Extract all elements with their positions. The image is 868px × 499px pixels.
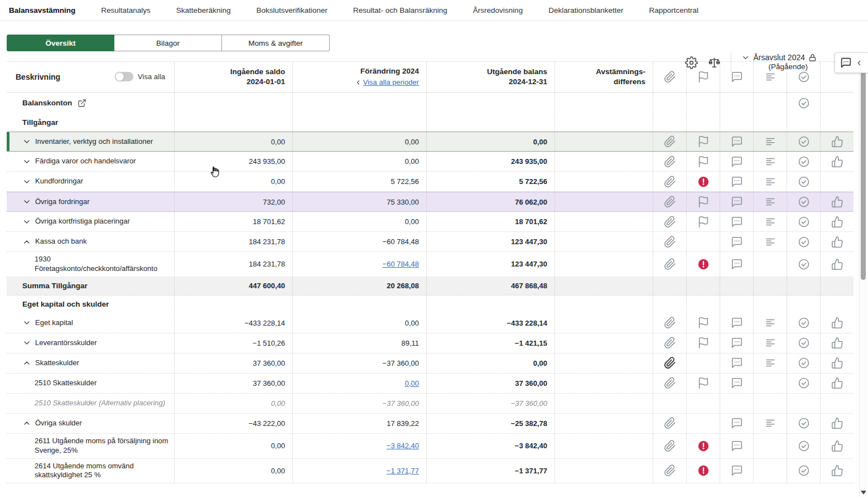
chevron-down-icon[interactable]	[22, 137, 31, 146]
comment-icon[interactable]	[731, 337, 743, 349]
paperclip-icon[interactable]	[664, 377, 676, 389]
alert-icon[interactable]	[697, 176, 710, 188]
alert-icon[interactable]	[697, 464, 710, 477]
thumbs-up-icon[interactable]	[831, 135, 843, 148]
flag-icon[interactable]	[697, 377, 710, 389]
notes-icon[interactable]	[764, 417, 777, 429]
table-row[interactable]: Övriga kortfristiga placeringar18 701,62…	[7, 212, 853, 232]
thumbs-up-icon[interactable]	[831, 337, 843, 349]
check-circle-icon[interactable]	[798, 135, 810, 148]
table-row[interactable]: Kundfordringar0,005 722,565 722,56	[7, 172, 853, 192]
check-circle-icon[interactable]	[798, 357, 810, 369]
thumbs-up-icon[interactable]	[831, 236, 843, 248]
comment-icon[interactable]	[731, 176, 743, 188]
thumbs-up-icon[interactable]	[831, 417, 843, 429]
paperclip-icon[interactable]	[664, 317, 676, 329]
comment-icon[interactable]	[731, 258, 743, 270]
chevron-left-icon[interactable]	[855, 59, 863, 67]
table-row[interactable]: 2611 Utgående moms på försäljning inom S…	[7, 434, 853, 459]
comment-icon[interactable]	[731, 156, 743, 168]
table-row[interactable]: 2614 Utgående moms omvänd skattskyldighe…	[7, 459, 853, 484]
paperclip-icon[interactable]	[664, 417, 676, 429]
notes-icon[interactable]	[764, 176, 777, 188]
chevron-down-icon[interactable]	[22, 197, 31, 206]
scroll-down-arrow[interactable]	[861, 491, 866, 495]
settings-gear-icon[interactable]	[685, 56, 698, 69]
comment-icon[interactable]	[731, 464, 743, 477]
paperclip-icon[interactable]	[664, 196, 676, 208]
table-row[interactable]: Färdiga varor och handelsvaror243 935,00…	[7, 152, 853, 172]
paperclip-icon[interactable]	[664, 440, 676, 452]
notes-icon[interactable]	[764, 236, 777, 248]
check-circle-icon[interactable]	[798, 377, 810, 389]
nav-tab-balansavstamning[interactable]: Balansavstämning	[9, 6, 75, 14]
nav-tab-resultat-och-balansrakning[interactable]: Resultat- och Balansräkning	[353, 6, 447, 14]
check-circle-icon[interactable]	[798, 337, 810, 349]
table-row[interactable]: Skatteskulder37 360,00−37 360,000,00	[7, 353, 853, 374]
change-value-link[interactable]: 0,00	[405, 379, 419, 387]
comment-icon[interactable]	[731, 440, 743, 452]
notes-icon[interactable]	[764, 156, 777, 168]
comment-icon[interactable]	[731, 216, 743, 228]
notes-icon[interactable]	[764, 135, 777, 148]
check-circle-icon[interactable]	[798, 236, 810, 248]
show-all-toggle-wrap[interactable]: Visa alla	[115, 72, 165, 82]
tab-bilagor[interactable]: Bilagor	[114, 35, 222, 51]
check-circle-icon[interactable]	[798, 176, 810, 188]
paperclip-icon[interactable]	[664, 216, 676, 228]
table-row[interactable]: 2510 Skatteskulder (Alternativ placering…	[7, 394, 853, 414]
tab-moms-avgifter[interactable]: Moms & avgifter	[222, 35, 330, 51]
balance-scales-icon[interactable]	[708, 56, 721, 69]
paperclip-icon[interactable]	[664, 71, 676, 83]
paperclip-icon[interactable]	[664, 176, 676, 188]
table-row[interactable]: Leverantörsskulder−1 510,2689,11−1 421,1…	[7, 333, 853, 353]
scrollbar-thumb[interactable]	[861, 72, 866, 280]
chevron-up-icon[interactable]	[22, 419, 31, 428]
paperclip-icon[interactable]	[664, 135, 676, 148]
chat-panel-handle[interactable]	[835, 52, 868, 73]
table-row[interactable]: Kassa och bank184 231,78−60 784,48123 44…	[7, 232, 853, 252]
alert-icon[interactable]	[697, 258, 710, 270]
chevron-down-icon[interactable]	[22, 338, 31, 347]
flag-icon[interactable]	[697, 317, 710, 329]
vertical-scrollbar[interactable]	[859, 62, 866, 497]
flag-icon[interactable]	[697, 216, 710, 228]
notes-icon[interactable]	[764, 216, 777, 228]
flag-icon[interactable]	[697, 156, 710, 168]
check-circle-icon[interactable]	[798, 71, 810, 83]
notes-icon[interactable]	[764, 317, 777, 329]
thumbs-up-icon[interactable]	[831, 216, 843, 228]
table-row[interactable]: Övriga fordringar732,0075 330,0076 062,0…	[7, 192, 853, 212]
nav-tab-resultatanalys[interactable]: Resultatanalys	[101, 6, 151, 14]
change-value-link[interactable]: −3 842,40	[387, 442, 419, 450]
thumbs-up-icon[interactable]	[831, 196, 843, 208]
chevron-down-icon[interactable]	[22, 217, 31, 226]
comment-icon[interactable]	[731, 196, 743, 208]
notes-icon[interactable]	[764, 71, 777, 83]
check-circle-icon[interactable]	[798, 258, 810, 270]
thumbs-up-icon[interactable]	[831, 156, 843, 168]
nav-tab-skatteberakning[interactable]: Skatteberäkning	[176, 6, 231, 14]
nav-tab-arsredovisning[interactable]: Årsredovisning	[473, 6, 523, 14]
show-all-toggle[interactable]	[115, 72, 133, 81]
comment-icon[interactable]	[731, 357, 743, 369]
table-row[interactable]: Eget kapital−433 228,140,00−433 228,14	[7, 313, 853, 333]
table-row[interactable]: 2510 Skatteskulder37 360,000,0037 360,00	[7, 374, 853, 394]
check-circle-icon[interactable]	[798, 196, 810, 208]
flag-icon[interactable]	[697, 337, 710, 349]
chat-bubble-icon[interactable]	[840, 57, 852, 69]
check-circle-icon[interactable]	[798, 417, 810, 429]
chevron-down-icon[interactable]	[22, 177, 31, 186]
check-circle-icon[interactable]	[798, 156, 810, 168]
table-row[interactable]: Övriga skulder−43 222,0017 839,22−25 382…	[7, 414, 853, 434]
thumbs-up-icon[interactable]	[831, 317, 843, 329]
tab-oversikt[interactable]: Översikt	[7, 35, 114, 51]
thumbs-up-icon[interactable]	[831, 357, 843, 369]
nav-tab-rapportcentral[interactable]: Rapportcentral	[649, 6, 698, 14]
notes-icon[interactable]	[764, 196, 777, 208]
chevron-down-icon[interactable]	[22, 157, 31, 166]
change-value-link[interactable]: −60 784,48	[383, 260, 419, 268]
comment-icon[interactable]	[731, 377, 743, 389]
thumbs-up-icon[interactable]	[831, 258, 843, 270]
table-row[interactable]: 1930 Företagskonto/checkkonto/affärskont…	[7, 252, 853, 277]
